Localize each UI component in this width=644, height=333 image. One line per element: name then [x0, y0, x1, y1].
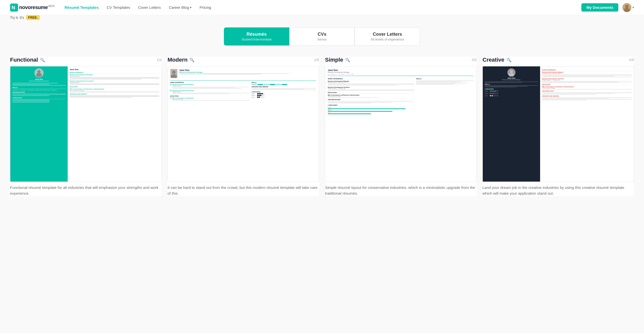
logo-icon: N [10, 4, 18, 12]
zoom-icon-functional[interactable]: 🔍 [40, 58, 45, 62]
templates-grid: Functional 🔍 1/8 Jane Roe Business Deve [0, 51, 644, 206]
tab-cvs-label: CVs [296, 32, 348, 37]
template-count-simple: 3/8 [472, 58, 476, 62]
logo-text: novoresumeBETA [19, 5, 54, 10]
zoom-icon-simple[interactable]: 🔍 [345, 58, 350, 62]
logo[interactable]: N novoresumeBETA [10, 4, 54, 12]
template-title-modern: Modern [168, 57, 187, 63]
svg-point-7 [36, 73, 42, 77]
template-card-modern: Modern 🔍 2/8 Jane Roe Bu [168, 57, 319, 196]
svg-point-12 [510, 70, 513, 73]
tab-resumes[interactable]: Résumés Student/Intermediate [224, 27, 289, 46]
tab-cover-letters-sub: All levels of experience [361, 37, 414, 41]
template-description-simple: Simple résumé layout for conservative in… [325, 185, 476, 196]
template-header-functional: Functional 🔍 1/8 [10, 57, 162, 63]
tab-cover-letters[interactable]: Cover Letters All levels of experience [355, 27, 420, 46]
nav-right: My Documents ▾ [581, 3, 634, 12]
template-title-area-functional: Functional 🔍 [10, 57, 45, 63]
template-preview-creative[interactable]: John Doe Business Development Manager SK… [482, 66, 634, 182]
navbar: N novoresumeBETA Résumé Templates CV Tem… [0, 0, 644, 15]
tab-cvs[interactable]: CVs Senior [289, 27, 355, 46]
template-preview-simple[interactable]: Jane Roe Business Development Manager ja… [325, 66, 476, 182]
try-text: Try it. It's [10, 16, 24, 20]
try-bar: Try it. It's FREE. [0, 15, 644, 22]
template-description-functional: Functional résumé template for all indus… [10, 185, 162, 196]
nav-cover-letters[interactable]: Cover Letters [138, 5, 161, 10]
template-count-functional: 1/8 [157, 58, 162, 62]
nav-resume-templates[interactable]: Résumé Templates [64, 5, 99, 10]
template-card-functional: Functional 🔍 1/8 Jane Roe Business Deve [10, 57, 162, 196]
template-header-simple: Simple 🔍 3/8 [325, 57, 476, 63]
tabs-section: Résumés Student/Intermediate CVs Senior … [0, 22, 644, 51]
my-documents-button[interactable]: My Documents [581, 3, 618, 12]
template-title-area-modern: Modern 🔍 [168, 57, 194, 63]
template-count-creative: 4/8 [629, 58, 634, 62]
svg-point-9 [172, 70, 176, 74]
free-badge: FREE. [26, 15, 40, 20]
tab-resumes-label: Résumés [230, 32, 283, 37]
template-header-creative: Creative 🔍 4/8 [482, 57, 634, 63]
tab-cover-letters-label: Cover Letters [361, 32, 414, 37]
tab-cvs-sub: Senior [296, 37, 348, 41]
zoom-icon-modern[interactable]: 🔍 [189, 58, 194, 62]
template-title-area-creative: Creative 🔍 [482, 57, 511, 63]
template-title-functional: Functional [10, 57, 38, 63]
svg-point-3 [625, 5, 629, 8]
zoom-icon-creative[interactable]: 🔍 [506, 58, 511, 62]
template-description-modern: It can be hard to stand out from the cro… [168, 185, 319, 196]
user-avatar-area[interactable]: ▾ [622, 3, 634, 12]
template-preview-modern[interactable]: Jane Roe Business Development Manager WO… [168, 66, 319, 182]
template-count-modern: 2/8 [314, 58, 319, 62]
template-title-creative: Creative [482, 57, 504, 63]
template-card-simple: Simple 🔍 3/8 Jane Roe Business Developme… [325, 57, 476, 196]
nav-pricing[interactable]: Pricing [199, 5, 211, 10]
svg-point-6 [37, 70, 41, 73]
template-card-creative: Creative 🔍 4/8 John Doe Business Develo [482, 57, 634, 196]
nav-cv-templates[interactable]: CV Templates [107, 5, 130, 10]
chevron-down-icon: ▾ [632, 6, 634, 9]
template-header-modern: Modern 🔍 2/8 [168, 57, 319, 63]
tab-resumes-sub: Student/Intermediate [230, 37, 283, 41]
template-title-area-simple: Simple 🔍 [325, 57, 350, 63]
template-title-simple: Simple [325, 57, 343, 63]
avatar [622, 3, 631, 12]
nav-career-blog[interactable]: Career Blog [169, 5, 191, 10]
template-description-creative: Land your dream job in the creative indu… [482, 185, 634, 196]
nav-links: Résumé Templates CV Templates Cover Lett… [64, 5, 581, 10]
svg-text:N: N [12, 5, 15, 10]
template-preview-functional[interactable]: Jane Roe Business Development Manager SK… [10, 66, 162, 182]
